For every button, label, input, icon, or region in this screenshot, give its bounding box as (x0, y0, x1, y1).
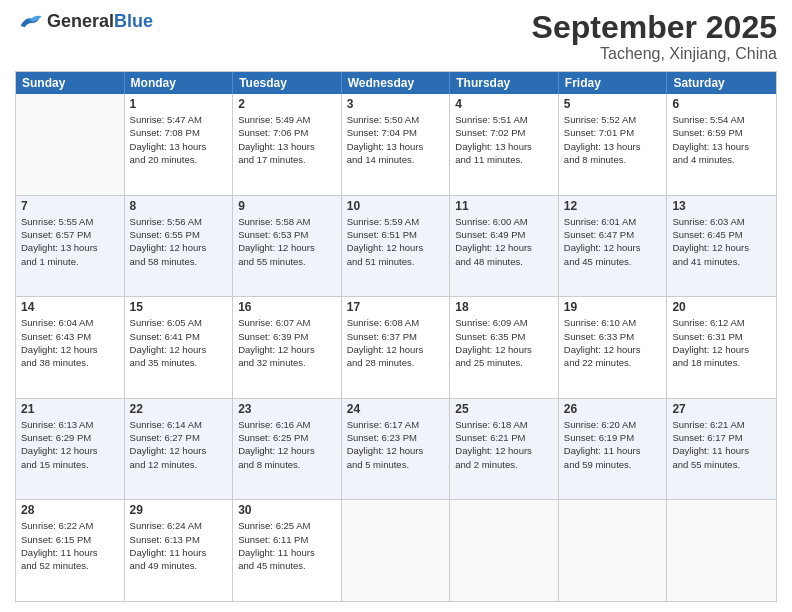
day-info: Sunrise: 5:52 AMSunset: 7:01 PMDaylight:… (564, 113, 662, 166)
page: GeneralBlue September 2025 Tacheng, Xinj… (0, 0, 792, 612)
day-number: 28 (21, 503, 119, 517)
day-number: 14 (21, 300, 119, 314)
day-info: Sunrise: 6:13 AMSunset: 6:29 PMDaylight:… (21, 418, 119, 471)
calendar-cell: 16Sunrise: 6:07 AMSunset: 6:39 PMDayligh… (233, 297, 342, 398)
day-number: 1 (130, 97, 228, 111)
day-info: Sunrise: 5:50 AMSunset: 7:04 PMDaylight:… (347, 113, 445, 166)
calendar-week-5: 28Sunrise: 6:22 AMSunset: 6:15 PMDayligh… (16, 499, 776, 601)
logo-general: General (47, 11, 114, 31)
day-number: 13 (672, 199, 771, 213)
day-info: Sunrise: 6:09 AMSunset: 6:35 PMDaylight:… (455, 316, 553, 369)
day-number: 23 (238, 402, 336, 416)
calendar-cell (16, 94, 125, 195)
logo: GeneralBlue (15, 10, 153, 32)
day-number: 8 (130, 199, 228, 213)
calendar-week-2: 7Sunrise: 5:55 AMSunset: 6:57 PMDaylight… (16, 195, 776, 297)
logo-text: GeneralBlue (47, 12, 153, 30)
day-number: 4 (455, 97, 553, 111)
main-title: September 2025 (532, 10, 777, 45)
day-info: Sunrise: 6:21 AMSunset: 6:17 PMDaylight:… (672, 418, 771, 471)
day-number: 26 (564, 402, 662, 416)
calendar-cell: 24Sunrise: 6:17 AMSunset: 6:23 PMDayligh… (342, 399, 451, 500)
calendar-cell: 22Sunrise: 6:14 AMSunset: 6:27 PMDayligh… (125, 399, 234, 500)
day-number: 25 (455, 402, 553, 416)
calendar-cell: 13Sunrise: 6:03 AMSunset: 6:45 PMDayligh… (667, 196, 776, 297)
subtitle: Tacheng, Xinjiang, China (532, 45, 777, 63)
calendar-cell (450, 500, 559, 601)
calendar-body: 1Sunrise: 5:47 AMSunset: 7:08 PMDaylight… (16, 94, 776, 601)
header: GeneralBlue September 2025 Tacheng, Xinj… (15, 10, 777, 63)
calendar-cell: 8Sunrise: 5:56 AMSunset: 6:55 PMDaylight… (125, 196, 234, 297)
calendar-cell: 3Sunrise: 5:50 AMSunset: 7:04 PMDaylight… (342, 94, 451, 195)
day-info: Sunrise: 6:14 AMSunset: 6:27 PMDaylight:… (130, 418, 228, 471)
calendar-cell: 15Sunrise: 6:05 AMSunset: 6:41 PMDayligh… (125, 297, 234, 398)
day-number: 20 (672, 300, 771, 314)
calendar-cell: 12Sunrise: 6:01 AMSunset: 6:47 PMDayligh… (559, 196, 668, 297)
calendar-cell: 21Sunrise: 6:13 AMSunset: 6:29 PMDayligh… (16, 399, 125, 500)
calendar-cell: 19Sunrise: 6:10 AMSunset: 6:33 PMDayligh… (559, 297, 668, 398)
day-number: 16 (238, 300, 336, 314)
day-number: 9 (238, 199, 336, 213)
calendar-cell: 11Sunrise: 6:00 AMSunset: 6:49 PMDayligh… (450, 196, 559, 297)
day-number: 18 (455, 300, 553, 314)
calendar-cell: 14Sunrise: 6:04 AMSunset: 6:43 PMDayligh… (16, 297, 125, 398)
header-day-saturday: Saturday (667, 72, 776, 94)
calendar-header: SundayMondayTuesdayWednesdayThursdayFrid… (16, 72, 776, 94)
calendar-cell: 7Sunrise: 5:55 AMSunset: 6:57 PMDaylight… (16, 196, 125, 297)
calendar-cell (559, 500, 668, 601)
calendar-cell (667, 500, 776, 601)
day-info: Sunrise: 5:59 AMSunset: 6:51 PMDaylight:… (347, 215, 445, 268)
calendar-cell: 18Sunrise: 6:09 AMSunset: 6:35 PMDayligh… (450, 297, 559, 398)
day-number: 3 (347, 97, 445, 111)
calendar-cell: 28Sunrise: 6:22 AMSunset: 6:15 PMDayligh… (16, 500, 125, 601)
day-info: Sunrise: 6:07 AMSunset: 6:39 PMDaylight:… (238, 316, 336, 369)
day-number: 12 (564, 199, 662, 213)
day-number: 2 (238, 97, 336, 111)
day-info: Sunrise: 5:55 AMSunset: 6:57 PMDaylight:… (21, 215, 119, 268)
calendar-cell: 1Sunrise: 5:47 AMSunset: 7:08 PMDaylight… (125, 94, 234, 195)
day-info: Sunrise: 5:56 AMSunset: 6:55 PMDaylight:… (130, 215, 228, 268)
header-day-monday: Monday (125, 72, 234, 94)
day-info: Sunrise: 5:51 AMSunset: 7:02 PMDaylight:… (455, 113, 553, 166)
header-day-friday: Friday (559, 72, 668, 94)
header-day-tuesday: Tuesday (233, 72, 342, 94)
calendar-cell: 5Sunrise: 5:52 AMSunset: 7:01 PMDaylight… (559, 94, 668, 195)
day-info: Sunrise: 6:03 AMSunset: 6:45 PMDaylight:… (672, 215, 771, 268)
day-number: 24 (347, 402, 445, 416)
day-info: Sunrise: 6:01 AMSunset: 6:47 PMDaylight:… (564, 215, 662, 268)
day-number: 19 (564, 300, 662, 314)
calendar: SundayMondayTuesdayWednesdayThursdayFrid… (15, 71, 777, 602)
calendar-cell: 25Sunrise: 6:18 AMSunset: 6:21 PMDayligh… (450, 399, 559, 500)
calendar-cell: 26Sunrise: 6:20 AMSunset: 6:19 PMDayligh… (559, 399, 668, 500)
day-number: 11 (455, 199, 553, 213)
day-number: 27 (672, 402, 771, 416)
calendar-cell: 6Sunrise: 5:54 AMSunset: 6:59 PMDaylight… (667, 94, 776, 195)
calendar-cell: 2Sunrise: 5:49 AMSunset: 7:06 PMDaylight… (233, 94, 342, 195)
day-number: 17 (347, 300, 445, 314)
day-info: Sunrise: 6:17 AMSunset: 6:23 PMDaylight:… (347, 418, 445, 471)
day-number: 29 (130, 503, 228, 517)
calendar-week-4: 21Sunrise: 6:13 AMSunset: 6:29 PMDayligh… (16, 398, 776, 500)
header-day-sunday: Sunday (16, 72, 125, 94)
day-info: Sunrise: 5:54 AMSunset: 6:59 PMDaylight:… (672, 113, 771, 166)
day-info: Sunrise: 5:49 AMSunset: 7:06 PMDaylight:… (238, 113, 336, 166)
logo-blue: Blue (114, 11, 153, 31)
day-number: 7 (21, 199, 119, 213)
calendar-cell: 4Sunrise: 5:51 AMSunset: 7:02 PMDaylight… (450, 94, 559, 195)
day-number: 30 (238, 503, 336, 517)
day-number: 10 (347, 199, 445, 213)
calendar-week-1: 1Sunrise: 5:47 AMSunset: 7:08 PMDaylight… (16, 94, 776, 195)
day-info: Sunrise: 6:24 AMSunset: 6:13 PMDaylight:… (130, 519, 228, 572)
day-number: 6 (672, 97, 771, 111)
day-info: Sunrise: 6:25 AMSunset: 6:11 PMDaylight:… (238, 519, 336, 572)
day-number: 15 (130, 300, 228, 314)
calendar-week-3: 14Sunrise: 6:04 AMSunset: 6:43 PMDayligh… (16, 296, 776, 398)
logo-icon (15, 10, 43, 32)
calendar-cell: 27Sunrise: 6:21 AMSunset: 6:17 PMDayligh… (667, 399, 776, 500)
day-info: Sunrise: 6:10 AMSunset: 6:33 PMDaylight:… (564, 316, 662, 369)
day-info: Sunrise: 6:22 AMSunset: 6:15 PMDaylight:… (21, 519, 119, 572)
calendar-cell (342, 500, 451, 601)
header-day-thursday: Thursday (450, 72, 559, 94)
day-number: 5 (564, 97, 662, 111)
title-block: September 2025 Tacheng, Xinjiang, China (532, 10, 777, 63)
